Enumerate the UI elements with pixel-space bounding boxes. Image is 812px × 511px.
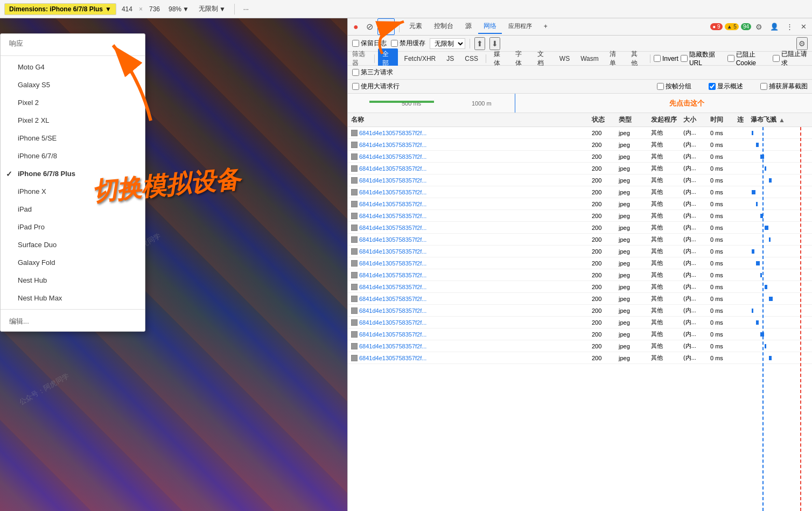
dropdown-item-iphone678[interactable]: iPhone 6/7/8: [1, 147, 145, 165]
block-cookies-checkbox[interactable]: 已阻止 Cookie: [727, 50, 771, 67]
throttle-select[interactable]: 无限制: [430, 38, 465, 49]
td-type: jpeg: [615, 142, 648, 148]
zoom-chevron-icon: ▼: [183, 5, 189, 13]
table-row[interactable]: 6841d4e1305758357f2f... 200 jpeg 其他 (内..…: [348, 340, 812, 352]
dropdown-item-ipadpro[interactable]: iPad Pro: [1, 218, 145, 236]
tab-more[interactable]: +: [538, 20, 553, 33]
filter-wasm[interactable]: Wasm: [576, 54, 603, 64]
filter-fetch-xhr[interactable]: Fetch/XHR: [400, 54, 440, 64]
file-icon: [351, 177, 358, 184]
record-button[interactable]: ●: [350, 20, 362, 34]
table-row[interactable]: 6841d4e1305758357f2f... 200 jpeg 其他 (内..…: [348, 186, 812, 198]
dropdown-item-iphone678plus[interactable]: iPhone 6/7/8 Plus: [1, 165, 145, 183]
network-settings-button[interactable]: ⚙: [796, 37, 808, 50]
table-row[interactable]: 6841d4e1305758357f2f... 200 jpeg 其他 (内..…: [348, 257, 812, 269]
td-type: jpeg: [615, 236, 648, 243]
dropdown-item-pixel2[interactable]: Pixel 2: [1, 94, 145, 111]
dropdown-item-galaxy-s5[interactable]: Galaxy S5: [1, 76, 145, 94]
table-row[interactable]: 6841d4e1305758357f2f... 200 jpeg 其他 (内..…: [348, 163, 812, 174]
import-button[interactable]: ⬆: [474, 37, 485, 50]
td-initiator: 其他: [648, 259, 680, 267]
tab-network[interactable]: 网络: [478, 19, 502, 34]
large-rows-checkbox[interactable]: 使用大请求行: [352, 82, 400, 91]
filter-css[interactable]: CSS: [460, 54, 482, 64]
td-status: 200: [589, 177, 615, 184]
td-size: (内...: [680, 200, 707, 208]
dropdown-item-surfaceduo[interactable]: Surface Duo: [1, 236, 145, 254]
tab-sources[interactable]: 源: [460, 19, 477, 34]
group-by-frame-checkbox[interactable]: 按帧分组: [657, 82, 691, 91]
tab-elements[interactable]: 元素: [404, 19, 428, 34]
table-row[interactable]: 6841d4e1305758357f2f... 200 jpeg 其他 (内..…: [348, 222, 812, 234]
table-row[interactable]: 6841d4e1305758357f2f... 200 jpeg 其他 (内..…: [348, 352, 812, 364]
waterfall-bar: [752, 131, 753, 135]
td-type: jpeg: [615, 248, 648, 255]
filter-ws[interactable]: WS: [555, 54, 574, 64]
table-row[interactable]: 6841d4e1305758357f2f... 200 jpeg 其他 (内..…: [348, 234, 812, 246]
export-button[interactable]: ⬇: [489, 37, 500, 50]
table-row[interactable]: 6841d4e1305758357f2f... 200 jpeg 其他 (内..…: [348, 305, 812, 317]
stop-button[interactable]: ⊘: [363, 19, 376, 34]
table-row[interactable]: 6841d4e1305758357f2f... 200 jpeg 其他 (内..…: [348, 246, 812, 257]
more-settings-button[interactable]: ···: [240, 4, 252, 15]
dropdown-item-edit[interactable]: 编辑...: [1, 312, 145, 331]
dropdown-item-nesthub[interactable]: Nest Hub: [1, 271, 145, 289]
table-row[interactable]: 6841d4e1305758357f2f... 200 jpeg 其他 (内..…: [348, 281, 812, 293]
devtools-more-button[interactable]: ⋮: [783, 20, 796, 33]
table-row[interactable]: 6841d4e1305758357f2f... 200 jpeg 其他 (内..…: [348, 174, 812, 186]
file-icon: [351, 225, 358, 231]
table-row[interactable]: 6841d4e1305758357f2f... 200 jpeg 其他 (内..…: [348, 151, 812, 163]
table-row[interactable]: 6841d4e1305758357f2f... 200 jpeg 其他 (内..…: [348, 198, 812, 210]
show-overview-checkbox[interactable]: 显示概述: [709, 82, 743, 91]
table-row[interactable]: 6841d4e1305758357f2f... 200 jpeg 其他 (内..…: [348, 127, 812, 139]
dropdown-item-moto-g4[interactable]: Moto G4: [1, 58, 145, 76]
tab-console[interactable]: 控制台: [429, 19, 459, 34]
preserve-log-checkbox[interactable]: 保留日志: [352, 39, 387, 48]
dropdown-item-iphone5se[interactable]: iPhone 5/SE: [1, 129, 145, 147]
responsive-label: 响应: [9, 39, 23, 48]
th-size: 大小: [680, 115, 707, 124]
filter-js[interactable]: JS: [442, 54, 458, 64]
options-row-2: 使用大请求行 按帧分组 显示概述 捕获屏幕截图: [348, 80, 812, 94]
responsive-mode-button[interactable]: [377, 18, 395, 35]
tab-application[interactable]: 应用程序: [503, 20, 537, 33]
table-row[interactable]: 6841d4e1305758357f2f... 200 jpeg 其他 (内..…: [348, 317, 812, 328]
file-icon: [351, 201, 358, 207]
devtools-close-button[interactable]: ✕: [797, 20, 810, 33]
devtools-profile-button[interactable]: 👤: [767, 20, 782, 33]
td-waterfall: [747, 186, 812, 198]
disable-cache-checkbox[interactable]: 禁用缓存: [391, 39, 425, 48]
dropdown-item-nesthubmax[interactable]: Nest Hub Max: [1, 289, 145, 307]
td-initiator: 其他: [648, 235, 680, 243]
invert-checkbox[interactable]: Invert: [654, 55, 678, 62]
th-waterfall[interactable]: 瀑布飞溅 ▲: [747, 115, 812, 124]
devtools-tab-bar: ● ⊘ 元素 控制台 源 网络 应用程序: [348, 18, 812, 36]
td-size: (内...: [680, 188, 707, 196]
dropdown-item-galaxyfold[interactable]: Galaxy Fold: [1, 254, 145, 271]
dropdown-item-responsive[interactable]: 响应: [1, 34, 145, 53]
table-row[interactable]: 6841d4e1305758357f2f... 200 jpeg 其他 (内..…: [348, 328, 812, 340]
dropdown-item-ipad[interactable]: iPad: [1, 200, 145, 218]
third-party-checkbox[interactable]: 第三方请求: [352, 68, 393, 77]
table-row[interactable]: 6841d4e1305758357f2f... 200 jpeg 其他 (内..…: [348, 293, 812, 305]
table-row[interactable]: 6841d4e1305758357f2f... 200 jpeg 其他 (内..…: [348, 210, 812, 222]
device-dropdown-menu: 响应 Moto G4 Galaxy S5 Pixel 2 Pixel 2 XL …: [0, 33, 145, 332]
hide-data-url-checkbox[interactable]: 隐藏数据 URL: [681, 50, 723, 67]
table-row[interactable]: 6841d4e1305758357f2f... 200 jpeg 其他 (内..…: [348, 139, 812, 151]
dropdown-item-pixel2xl[interactable]: Pixel 2 XL: [1, 111, 145, 129]
dimensions-button[interactable]: Dimensions: iPhone 6/7/8 Plus ▼: [4, 3, 116, 15]
td-type: jpeg: [615, 296, 648, 302]
dropdown-item-iphonex[interactable]: iPhone X: [1, 183, 145, 200]
capture-screenshots-checkbox[interactable]: 捕获屏幕截图: [760, 82, 808, 91]
file-icon: [351, 248, 358, 255]
throttle-button[interactable]: 无限制 ▼: [195, 3, 229, 15]
zoom-button[interactable]: 98% ▼: [165, 4, 192, 15]
network-table-body[interactable]: 6841d4e1305758357f2f... 200 jpeg 其他 (内..…: [348, 127, 812, 511]
td-size: (内...: [680, 259, 707, 267]
td-waterfall: [747, 198, 812, 209]
devtools-settings-button[interactable]: ⚙: [752, 20, 766, 33]
block-requests-checkbox[interactable]: 已阻止请求: [773, 50, 808, 68]
td-name: 6841d4e1305758357f2f...: [348, 284, 589, 290]
table-row[interactable]: 6841d4e1305758357f2f... 200 jpeg 其他 (内..…: [348, 269, 812, 281]
waterfall-bar: [756, 261, 760, 265]
